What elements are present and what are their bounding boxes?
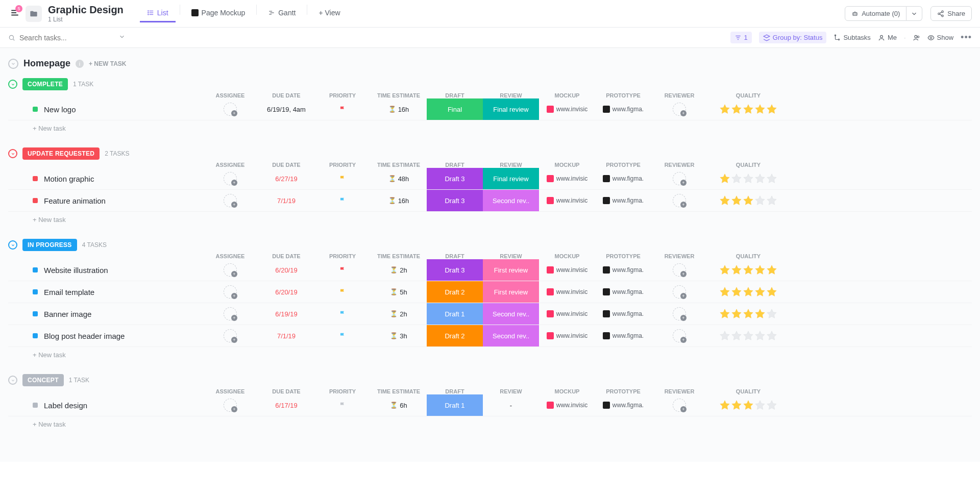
time-estimate-cell[interactable]: ⏳3h [371, 332, 427, 340]
col-header[interactable]: QUALITY [707, 388, 789, 394]
new-task-row[interactable]: + New task [8, 120, 972, 134]
due-date-cell[interactable]: 6/19/19 [258, 310, 314, 318]
col-header[interactable]: QUALITY [707, 162, 789, 168]
status-pill[interactable]: UPDATE REQUESTED [22, 147, 100, 160]
reviewer-cell[interactable] [651, 329, 707, 342]
col-header[interactable]: PRIORITY [314, 92, 371, 98]
col-header[interactable]: TIME ESTIMATE [371, 388, 427, 394]
new-task-row[interactable]: + New task [8, 416, 972, 430]
mockup-cell[interactable]: www.invisic [539, 310, 595, 317]
task-name[interactable]: Email template [44, 288, 94, 296]
due-date-cell[interactable]: 6/27/19 [258, 175, 314, 183]
quality-cell[interactable] [707, 104, 789, 115]
task-name[interactable]: Website illustration [44, 266, 108, 275]
priority-cell[interactable] [314, 402, 371, 409]
time-estimate-cell[interactable]: ⏳16h [371, 106, 427, 113]
mockup-cell[interactable]: www.invisic [539, 288, 595, 295]
time-estimate-cell[interactable]: ⏳6h [371, 402, 427, 409]
subtasks-chip[interactable]: Subtasks [834, 34, 870, 41]
col-header[interactable]: MOCKUP [539, 162, 595, 168]
list-collapse-toggle[interactable] [8, 59, 18, 69]
col-header[interactable]: REVIEWER [651, 253, 707, 259]
col-header[interactable]: DRAFT [427, 162, 483, 168]
group-collapse-toggle[interactable] [8, 376, 17, 385]
draft-cell[interactable]: Final [427, 98, 483, 120]
quality-cell[interactable] [707, 195, 789, 206]
task-row[interactable]: Feature animation 7/1/19 ⏳16h Draft 3 Se… [8, 190, 972, 212]
review-cell[interactable]: Final review [483, 168, 539, 189]
col-header[interactable]: MOCKUP [539, 253, 595, 259]
due-date-cell[interactable]: 7/1/19 [258, 332, 314, 340]
mockup-cell[interactable]: www.invisic [539, 197, 595, 204]
col-header[interactable]: ASSIGNEE [202, 388, 258, 394]
assignee-cell[interactable] [202, 307, 258, 320]
due-date-cell[interactable]: 6/17/19 [258, 402, 314, 409]
draft-cell[interactable]: Draft 1 [427, 303, 483, 325]
assignee-cell[interactable] [202, 285, 258, 299]
due-date-cell[interactable]: 7/1/19 [258, 197, 314, 205]
prototype-cell[interactable]: www.figma. [595, 402, 651, 409]
view-tab-list[interactable]: List [140, 5, 176, 22]
automate-dropdown[interactable] [906, 6, 922, 21]
priority-cell[interactable] [314, 266, 371, 274]
mockup-cell[interactable]: www.invisic [539, 332, 595, 339]
prototype-cell[interactable]: www.figma. [595, 106, 651, 113]
task-name[interactable]: New logo [44, 105, 76, 114]
assignee-cell[interactable] [202, 103, 258, 116]
task-row[interactable]: New logo 6/19/19, 4am ⏳16h Final Final r… [8, 98, 972, 120]
group-collapse-toggle[interactable] [8, 80, 17, 89]
review-cell[interactable]: First review [483, 281, 539, 303]
col-header[interactable]: REVIEW [483, 253, 539, 259]
add-view-button[interactable]: + View [311, 5, 347, 22]
priority-cell[interactable] [314, 175, 371, 182]
priority-cell[interactable] [314, 310, 371, 317]
priority-cell[interactable] [314, 197, 371, 204]
col-header[interactable]: REVIEWER [651, 388, 707, 394]
col-header[interactable]: PROTOTYPE [595, 162, 651, 168]
new-task-link[interactable]: + NEW TASK [89, 60, 126, 67]
more-menu[interactable]: ••• [961, 32, 972, 43]
draft-cell[interactable]: Draft 1 [427, 394, 483, 416]
reviewer-cell[interactable] [651, 399, 707, 412]
col-header[interactable]: PROTOTYPE [595, 388, 651, 394]
col-header[interactable]: QUALITY [707, 92, 789, 98]
review-cell[interactable]: - [483, 402, 539, 409]
col-header[interactable]: ASSIGNEE [202, 162, 258, 168]
col-header[interactable]: DUE DATE [258, 92, 314, 98]
col-header[interactable]: TIME ESTIMATE [371, 253, 427, 259]
col-header[interactable]: DRAFT [427, 92, 483, 98]
share-button[interactable]: Share [930, 6, 972, 21]
due-date-cell[interactable]: 6/20/19 [258, 266, 314, 274]
due-date-cell[interactable]: 6/19/19, 4am [258, 106, 314, 113]
draft-cell[interactable]: Draft 2 [427, 281, 483, 303]
col-header[interactable]: TIME ESTIMATE [371, 92, 427, 98]
folder-icon[interactable] [26, 6, 42, 22]
col-header[interactable]: PRIORITY [314, 388, 371, 394]
task-name[interactable]: Feature animation [44, 196, 106, 205]
group-collapse-toggle[interactable] [8, 240, 17, 250]
col-header[interactable]: PRIORITY [314, 253, 371, 259]
task-row[interactable]: Banner image 6/19/19 ⏳2h Draft 1 Second … [8, 303, 972, 325]
col-header[interactable]: TIME ESTIMATE [371, 162, 427, 168]
review-cell[interactable]: First review [483, 259, 539, 281]
col-header[interactable]: REVIEW [483, 388, 539, 394]
quality-cell[interactable] [707, 173, 789, 184]
task-row[interactable]: Email template 6/20/19 ⏳5h Draft 2 First… [8, 281, 972, 303]
assignees-chip[interactable] [913, 34, 920, 41]
col-header[interactable]: PRIORITY [314, 162, 371, 168]
view-tab-gantt[interactable]: Gantt [261, 5, 303, 22]
assignee-cell[interactable] [202, 399, 258, 412]
prototype-cell[interactable]: www.figma. [595, 332, 651, 339]
assignee-cell[interactable] [202, 172, 258, 185]
automate-button[interactable]: Automate (0) [845, 6, 906, 21]
quality-cell[interactable] [707, 308, 789, 319]
col-header[interactable]: DUE DATE [258, 253, 314, 259]
quality-cell[interactable] [707, 264, 789, 276]
col-header[interactable]: ASSIGNEE [202, 92, 258, 98]
review-cell[interactable]: Second rev.. [483, 190, 539, 211]
time-estimate-cell[interactable]: ⏳5h [371, 288, 427, 296]
quality-cell[interactable] [707, 330, 789, 341]
time-estimate-cell[interactable]: ⏳16h [371, 197, 427, 205]
time-estimate-cell[interactable]: ⏳48h [371, 175, 427, 183]
prototype-cell[interactable]: www.figma. [595, 310, 651, 317]
